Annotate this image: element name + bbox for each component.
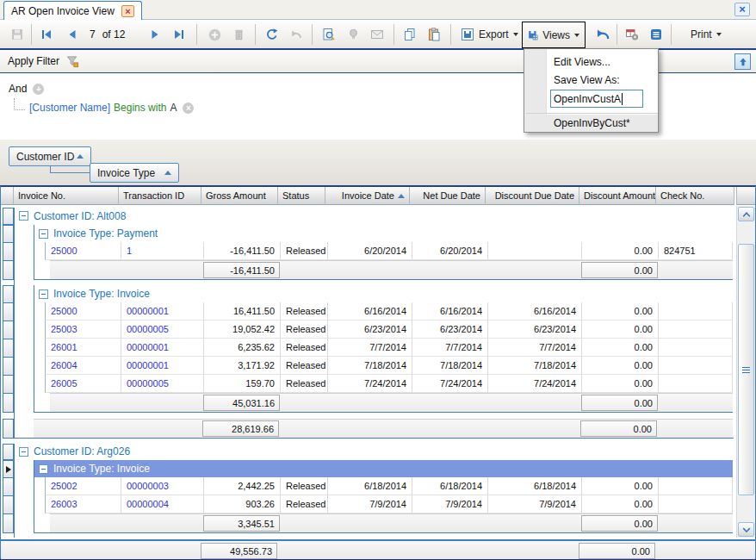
column-header-gross-amount[interactable]: Gross Amount — [201, 187, 278, 205]
cell-1[interactable]: 00000005 — [121, 320, 204, 338]
record-selector-cell[interactable] — [3, 260, 14, 280]
tab-close-icon[interactable]: × — [121, 5, 134, 17]
cell-8[interactable] — [659, 302, 733, 320]
vertical-scrollbar[interactable] — [736, 206, 755, 538]
cell-2[interactable]: 6,235.62 — [204, 339, 281, 356]
record-selector-cell[interactable] — [3, 444, 14, 460]
cell-3[interactable]: Released — [281, 242, 328, 259]
cell-6[interactable] — [488, 242, 582, 259]
cell-3[interactable]: Released — [281, 477, 328, 495]
cell-5[interactable]: 7/24/2014 — [412, 375, 488, 392]
record-selector-cell[interactable] — [3, 393, 14, 413]
cell-7[interactable]: 0.00 — [582, 495, 659, 513]
cell-7[interactable]: 0.00 — [582, 375, 659, 392]
tab-ar-open-invoice-view[interactable]: AR Open Invoice View × — [3, 1, 142, 20]
record-selector-cell[interactable] — [3, 302, 14, 321]
cell-8[interactable] — [659, 375, 733, 392]
collapse-minus-icon[interactable] — [39, 229, 48, 239]
record-selector-cell[interactable] — [3, 225, 14, 243]
cell-7[interactable]: 0.00 — [582, 477, 659, 495]
cell-0[interactable]: 25003 — [46, 320, 121, 338]
collapse-filter-panel-button[interactable] — [734, 53, 751, 70]
operator-and-label[interactable]: And — [9, 83, 27, 95]
scroll-down-button[interactable] — [738, 522, 754, 537]
save-button[interactable] — [7, 24, 28, 45]
cell-2[interactable]: 2,442.25 — [204, 477, 281, 495]
cell-6[interactable]: 6/18/2014 — [488, 477, 582, 495]
cell-3[interactable]: Released — [281, 495, 328, 513]
add-condition-icon[interactable]: + — [33, 84, 44, 95]
grid-settings-button[interactable] — [622, 24, 642, 45]
invoice-row[interactable]: 26001000000016,235.62Released7/7/20147/7… — [45, 339, 733, 357]
previous-record-button[interactable] — [62, 24, 83, 45]
collapse-minus-icon[interactable] — [19, 447, 28, 457]
cell-8[interactable] — [659, 320, 733, 338]
cell-6[interactable]: 6/16/2014 — [488, 302, 582, 320]
next-record-button[interactable] — [145, 24, 165, 45]
column-header-invoice-date[interactable]: Invoice Date — [325, 187, 410, 205]
delete-record-button[interactable] — [228, 24, 249, 45]
cell-8[interactable]: 824751 — [659, 242, 733, 259]
print-button[interactable]: Print — [685, 22, 727, 47]
cell-7[interactable]: 0.00 — [582, 339, 659, 356]
condition-field[interactable]: [Customer Name] — [29, 102, 110, 114]
record-selector-cell[interactable] — [3, 339, 14, 358]
cell-3[interactable]: Released — [281, 320, 328, 338]
cell-5[interactable]: 6/18/2014 — [412, 477, 488, 495]
cell-6[interactable]: 7/7/2014 — [488, 339, 582, 356]
revert-button[interactable] — [286, 24, 307, 45]
menu-item-saved-view[interactable]: OpenInvByCust* — [524, 115, 658, 132]
cell-2[interactable]: 3,171.92 — [204, 357, 281, 374]
cell-4[interactable]: 6/18/2014 — [328, 477, 412, 495]
invoice-type-group-header[interactable]: Invoice Type: Invoice — [34, 285, 733, 302]
column-header-invoice-no-[interactable]: Invoice No. — [14, 187, 119, 205]
pane-close-icon[interactable]: × — [734, 3, 750, 16]
remove-condition-icon[interactable]: × — [183, 103, 194, 114]
record-selector-cell[interactable] — [3, 375, 14, 394]
cell-5[interactable]: 7/18/2014 — [412, 357, 488, 374]
cell-4[interactable]: 7/7/2014 — [328, 339, 412, 356]
cell-5[interactable]: 6/16/2014 — [412, 302, 488, 320]
group-by-invoice-type-button[interactable]: Invoice Type — [90, 163, 179, 183]
group-by-customer-id-button[interactable]: Customer ID — [9, 146, 91, 166]
collapse-minus-icon[interactable] — [39, 289, 48, 299]
invoice-row[interactable]: 25002000000032,442.25Released6/18/20146/… — [45, 477, 733, 495]
cell-2[interactable]: 903.26 — [204, 495, 281, 513]
column-header-check-no-[interactable]: Check No. — [656, 187, 734, 205]
condition-value[interactable]: A — [170, 102, 177, 114]
cell-2[interactable]: 159.70 — [204, 375, 281, 392]
cell-7[interactable]: 0.00 — [582, 302, 659, 320]
views-button[interactable]: Views — [522, 22, 586, 48]
column-header-discount-amount[interactable]: Discount Amount — [579, 187, 656, 205]
cell-7[interactable]: 0.00 — [582, 357, 659, 374]
cell-6[interactable]: 7/9/2014 — [488, 495, 582, 513]
cell-8[interactable] — [659, 339, 733, 356]
cell-6[interactable]: 7/18/2014 — [488, 357, 582, 374]
cell-6[interactable]: 7/24/2014 — [488, 375, 582, 392]
cell-0[interactable]: 26004 — [46, 357, 121, 374]
collapse-minus-icon[interactable] — [39, 464, 48, 474]
last-record-button[interactable] — [169, 24, 189, 45]
paste-button[interactable] — [424, 24, 444, 45]
cell-4[interactable]: 6/23/2014 — [328, 320, 412, 338]
apply-filter-label[interactable]: Apply Filter — [8, 55, 59, 67]
invoice-row[interactable]: 2600500000005159.70Released7/24/20147/24… — [45, 375, 733, 393]
copy-button[interactable] — [400, 24, 420, 45]
column-header-net-due-date[interactable]: Net Due Date — [410, 187, 486, 205]
filter-root-operator[interactable]: And + — [9, 83, 44, 95]
export-button[interactable]: Export — [455, 22, 524, 47]
cell-3[interactable]: Released — [281, 339, 328, 356]
cell-2[interactable]: 19,052.42 — [204, 320, 281, 338]
cell-5[interactable]: 7/7/2014 — [412, 339, 488, 356]
views-dropdown-icon[interactable] — [574, 34, 579, 37]
cell-4[interactable]: 7/24/2014 — [328, 375, 412, 392]
scroll-up-button[interactable] — [738, 207, 754, 221]
first-record-button[interactable] — [36, 24, 57, 45]
record-selector-cell[interactable] — [3, 419, 14, 439]
invoice-type-group-header[interactable]: Invoice Type: Invoice — [34, 460, 733, 477]
cell-1[interactable]: 00000001 — [121, 302, 204, 320]
preview-button[interactable] — [319, 24, 339, 45]
print-dropdown-icon[interactable] — [716, 33, 722, 36]
column-header-transaction-id[interactable]: Transaction ID — [119, 187, 201, 205]
cell-4[interactable]: 7/18/2014 — [328, 357, 412, 374]
